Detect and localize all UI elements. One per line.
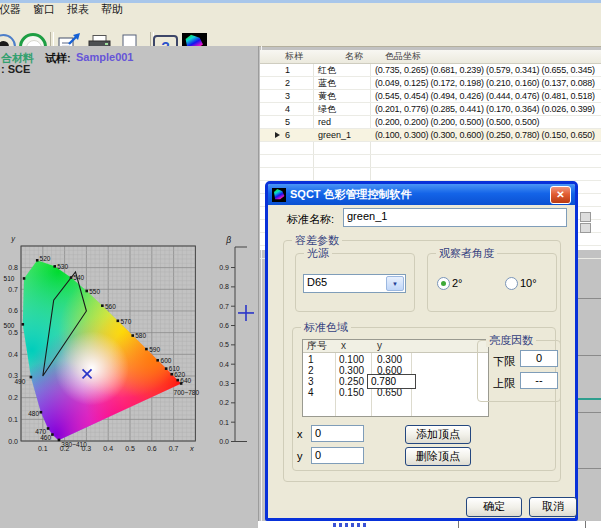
standard-name-input[interactable]: green_1 (343, 208, 567, 227)
gamut-cell: 3 (308, 376, 314, 387)
chevron-down-icon[interactable]: ▼ (386, 276, 404, 291)
empty-row[interactable] (260, 155, 601, 168)
gamut-cell: 2 (308, 365, 314, 376)
row-coords: (0.545, 0.454) (0.494, 0.426) (0.444, 0.… (375, 90, 595, 102)
row-id: 4 (285, 103, 290, 115)
svg-text:0.5: 0.5 (219, 341, 229, 348)
header-x: x (341, 340, 346, 352)
background-fragment (580, 212, 591, 222)
sqct-dialog: SQCT 色彩管理控制软件 ✕ 标准名称: green_1 容差参数 光源 D6… (265, 181, 578, 521)
vertex-x-label: x (297, 428, 303, 440)
info-bar: 合材料 试样: Sample001 : SCE (0, 46, 258, 76)
menu-item-window[interactable]: 窗口 (27, 3, 61, 15)
light-source-select[interactable]: D65 ▼ (303, 274, 406, 293)
svg-text:550: 550 (89, 288, 100, 295)
svg-text:0.3: 0.3 (82, 445, 92, 452)
svg-text:0.6: 0.6 (147, 445, 157, 452)
svg-text:0.1: 0.1 (219, 419, 229, 426)
row-id: 2 (285, 77, 290, 89)
standard-row-green_1[interactable]: 6green_1(0.100, 0.300) (0.300, 0.600) (0… (260, 129, 601, 142)
row-id: 1 (285, 64, 290, 76)
standard-row-red[interactable]: 5red(0.200, 0.200) (0.200, 0.500) (0.500… (260, 116, 601, 129)
toolbar: ? SQCT (0, 15, 601, 47)
row-name: 红色 (318, 64, 336, 76)
svg-text:0.8: 0.8 (8, 264, 18, 271)
standard-name-label: 标准名称: (287, 212, 334, 227)
gamut-cell: 0.250 (339, 376, 364, 387)
dialog-title-bar[interactable]: SQCT 色彩管理控制软件 ✕ (268, 184, 575, 205)
header-y: y (377, 340, 382, 352)
standard-row-红色[interactable]: 1红色(0.735, 0.265) (0.681, 0.239) (0.579,… (260, 64, 601, 77)
background-table-row (258, 521, 601, 528)
svg-text:β: β (225, 235, 231, 245)
lower-limit-input[interactable]: 0 (520, 350, 558, 367)
menu-item-report[interactable]: 报表 (61, 3, 95, 15)
svg-text:700~780: 700~780 (174, 389, 200, 396)
svg-text:0.2: 0.2 (219, 399, 229, 406)
svg-text:0.4: 0.4 (219, 361, 229, 368)
svg-text:0.0: 0.0 (8, 438, 18, 445)
svg-text:0.6: 0.6 (8, 307, 18, 314)
gamut-cell: 0.300 (339, 365, 364, 376)
chromaticity-chart: 520530540550560570580590600610620640700~… (0, 230, 258, 478)
empty-row[interactable] (260, 142, 601, 155)
row-id: 6 (285, 129, 290, 141)
svg-text:640: 640 (180, 377, 191, 384)
cancel-button[interactable]: 取消 (529, 497, 577, 517)
dialog-title-icon (272, 188, 286, 202)
svg-text:0.4: 0.4 (103, 445, 113, 452)
standard-row-黄色[interactable]: 3黄色(0.545, 0.454) (0.494, 0.426) (0.444,… (260, 90, 601, 103)
gamut-cell: 4 (308, 387, 314, 398)
light-source-value: D65 (307, 276, 327, 288)
row-name: 绿色 (318, 103, 336, 115)
svg-text:0.3: 0.3 (8, 372, 18, 379)
svg-text:530: 530 (57, 263, 68, 270)
svg-text:510: 510 (4, 275, 15, 282)
gamut-row[interactable]: 10.1000.300 (303, 354, 488, 365)
partial-blue-text (333, 523, 367, 527)
observer-10deg-label: 10° (520, 277, 537, 289)
row-id: 3 (285, 90, 290, 102)
row-coords: (0.100, 0.300) (0.300, 0.600) (0.250, 0.… (375, 129, 595, 141)
dialog-title: SQCT 色彩管理控制软件 (290, 187, 412, 202)
vertex-y-edit-input[interactable]: 0.780 (367, 374, 416, 389)
observer-2deg-radio[interactable] (437, 277, 450, 290)
observer-10deg-radio[interactable] (505, 277, 518, 290)
ok-button[interactable]: 确定 (466, 497, 522, 517)
tolerance-group-label: 容差参数 (292, 234, 342, 247)
header-coords: 色品坐标 (385, 50, 421, 63)
svg-text:0.1: 0.1 (38, 445, 48, 452)
menu-bar: 仪器窗口报表帮助 (0, 3, 601, 15)
observer-2deg-label: 2° (452, 277, 463, 289)
chromaticity-chart-svg: 520530540550560570580590600610620640700~… (0, 230, 258, 478)
luminance-group-label: 亮度因数 (486, 334, 536, 347)
svg-text:540: 540 (73, 274, 84, 281)
svg-text:0.1: 0.1 (8, 416, 18, 423)
standard-row-绿色[interactable]: 4绿色(0.201, 0.776) (0.285, 0.441) (0.170,… (260, 103, 601, 116)
sample-name: Sample001 (76, 51, 133, 63)
menu-item-instrument[interactable]: 仪器 (0, 3, 27, 15)
vertex-y-label: y (297, 450, 303, 462)
svg-text:500: 500 (4, 322, 15, 329)
gamut-vertex-table[interactable]: 序号 x y 10.1000.30020.3000.60030.25040.15… (302, 339, 489, 417)
svg-text:0.2: 0.2 (8, 394, 18, 401)
lower-limit-label: 下限 (493, 354, 515, 369)
svg-text:590: 590 (149, 346, 160, 353)
close-icon[interactable]: ✕ (550, 186, 571, 204)
standard-row-蓝色[interactable]: 2蓝色(0.049, 0.125) (0.172, 0.198) (0.210,… (260, 77, 601, 90)
menu-item-help[interactable]: 帮助 (95, 3, 129, 15)
delete-vertex-button[interactable]: 删除顶点 (405, 447, 471, 466)
row-name: red (318, 116, 331, 128)
upper-limit-input[interactable]: -- (520, 372, 558, 389)
selected-row-marker (275, 132, 280, 138)
vertex-x-input[interactable]: 0 (311, 425, 364, 442)
vertex-y-input[interactable]: 0 (311, 447, 364, 464)
row-name: 蓝色 (318, 77, 336, 89)
add-vertex-button[interactable]: 添加顶点 (405, 425, 471, 444)
gamut-cell: 0.300 (377, 354, 402, 365)
svg-text:0.7: 0.7 (169, 445, 179, 452)
header-standard: 标样 (285, 50, 303, 63)
empty-row[interactable] (260, 168, 601, 181)
gamut-table-header: 序号 x y (303, 340, 488, 353)
standards-table-header: 标样 名称 色品坐标 (260, 50, 601, 64)
